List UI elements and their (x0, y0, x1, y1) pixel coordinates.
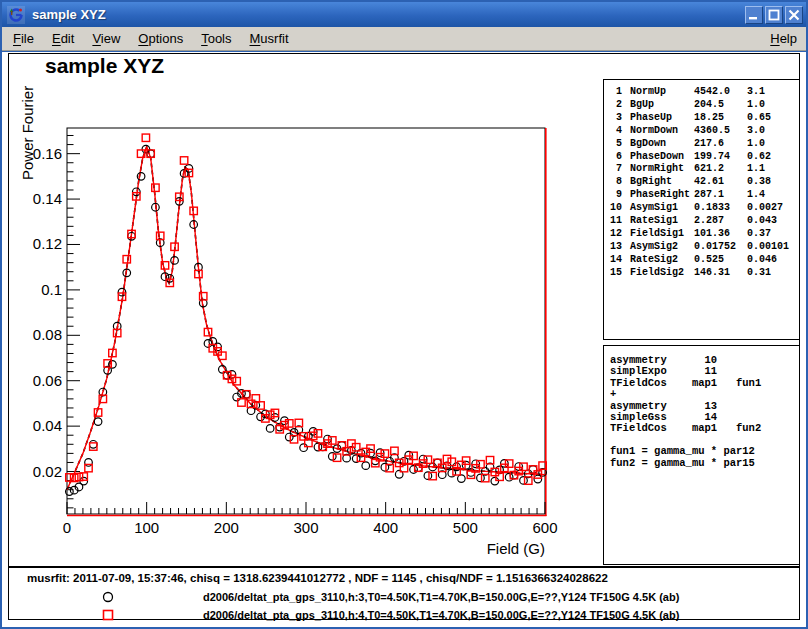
window-title: sample XYZ (32, 7, 745, 22)
y-tick-label: 0.12 (33, 235, 62, 252)
close-button[interactable] (785, 6, 803, 24)
data-point (118, 288, 126, 296)
data-point (285, 433, 293, 441)
data-point (534, 475, 542, 483)
data-point (242, 391, 250, 399)
data-point (142, 134, 149, 141)
param-row-FieldSig1: 12FieldSig1101.360.37 (609, 228, 799, 241)
y-tick-label: 0.08 (33, 326, 62, 343)
data-point (271, 414, 279, 422)
data-point (515, 463, 523, 471)
param-row-AsymSig1: 10AsymSig10.18330.0027 (609, 202, 799, 215)
data-point (89, 440, 97, 448)
param-row-NormRight: 7NormRight621.21.1 (609, 163, 799, 176)
maximize-button[interactable] (765, 6, 783, 24)
x-tick-label: 0 (63, 519, 71, 536)
y-tick-label: 0.14 (33, 190, 62, 207)
legend-entry-run3: d2006/deltat_pta_gps_3110,h:3,T0=4.50K,T… (9, 589, 801, 605)
data-point (123, 256, 130, 263)
y-tick-label: 0.16 (33, 145, 62, 162)
param-row-AsymSig2: 13AsymSig20.017520.00101 (609, 241, 799, 254)
y-tick-label: 0.1 (41, 281, 62, 298)
data-point (333, 454, 340, 461)
data-point (94, 418, 102, 426)
y-axis-title: Power Fourier (19, 86, 36, 180)
data-point (477, 474, 485, 482)
param-row-PhaseUp: 3PhaseUp18.250.65 (609, 112, 799, 125)
data-point (505, 473, 513, 481)
data-point (458, 475, 466, 483)
open-square-icon (100, 607, 116, 623)
legend-label-run3: d2006/deltat_pta_gps_3110,h:3,T0=4.50K,T… (203, 591, 679, 603)
open-circle-icon (100, 589, 116, 605)
root-canvas[interactable]: 01002003004005006000.020.040.060.080.10.… (2, 52, 806, 627)
theory-pave[interactable]: asymmetry 10 simplExpo 11 TFieldCos map1… (603, 345, 800, 565)
plot-title: sample XYZ (45, 54, 164, 78)
fit-parameters-pave[interactable]: 1NormUp4542.03.12BgUp204.51.03PhaseUp18.… (603, 79, 800, 340)
data-point (314, 430, 321, 437)
series-circles (66, 145, 547, 495)
musrfit-window: sample XYZ File Edit View Options Tools … (0, 0, 808, 629)
data-point (180, 157, 187, 164)
app-icon (7, 6, 25, 24)
data-point (410, 466, 418, 474)
data-point (501, 460, 509, 468)
param-row-BgRight: 8BgRight42.610.38 (609, 176, 799, 189)
data-point (362, 462, 370, 470)
legend-label-run4: d2006/deltat_pta_gps_3110,h:4,T0=4.50K,T… (203, 609, 679, 621)
param-row-RateSig2: 14RateSig20.5250.046 (609, 254, 799, 267)
data-point (266, 425, 274, 433)
y-tick-label: 0.02 (33, 463, 62, 480)
data-point (520, 477, 528, 485)
param-row-RateSig1: 11RateSig12.2870.043 (609, 215, 799, 228)
x-tick-label: 300 (293, 519, 318, 536)
menu-tools[interactable]: Tools (192, 29, 240, 48)
data-point (462, 461, 470, 469)
menu-view[interactable]: View (83, 29, 129, 48)
data-point (529, 466, 537, 474)
x-tick-label: 500 (453, 519, 478, 536)
menu-options[interactable]: Options (129, 29, 192, 48)
legend-pad[interactable]: musrfit: 2011-07-09, 15:37:46, chisq = 1… (8, 567, 800, 620)
menu-edit[interactable]: Edit (43, 29, 83, 48)
param-row-BgDown: 5BgDown217.61.0 (609, 138, 799, 151)
legend-entry-run4: d2006/deltat_pta_gps_3110,h:4,T0=4.50K,T… (9, 607, 801, 623)
menu-musrfit[interactable]: Musrfit (241, 29, 298, 48)
data-point (204, 340, 212, 348)
y-tick-label: 0.04 (33, 417, 62, 434)
data-point (434, 459, 442, 467)
menu-help[interactable]: Help (761, 29, 806, 48)
param-row-PhaseRight: 9PhaseRight287.11.4 (609, 189, 799, 202)
param-row-PhaseDown: 6PhaseDown199.740.62 (609, 151, 799, 164)
data-point (281, 417, 289, 425)
x-tick-label: 600 (532, 519, 557, 536)
param-row-FieldSig2: 15FieldSig2146.310.31 (609, 267, 799, 280)
menubar: File Edit View Options Tools Musrfit Hel… (2, 27, 806, 51)
data-point (152, 184, 159, 191)
x-axis-title: Field (G) (487, 540, 545, 557)
titlebar[interactable]: sample XYZ (2, 2, 806, 27)
param-row-BgUp: 2BgUp204.51.0 (609, 99, 799, 112)
data-point (300, 444, 308, 452)
x-tick-label: 400 (373, 519, 398, 536)
param-row-NormDown: 4NormDown4360.53.0 (609, 125, 799, 138)
y-tick-label: 0.06 (33, 372, 62, 389)
data-point (309, 428, 317, 436)
x-tick-label: 200 (214, 519, 239, 536)
fit-status-line: musrfit: 2011-07-09, 15:37:46, chisq = 1… (27, 572, 608, 584)
x-tick-label: 100 (134, 519, 159, 536)
data-point (137, 173, 145, 181)
param-row-NormUp: 1NormUp4542.03.1 (609, 86, 799, 99)
menu-file[interactable]: File (4, 29, 43, 48)
minimize-button[interactable] (745, 6, 763, 24)
